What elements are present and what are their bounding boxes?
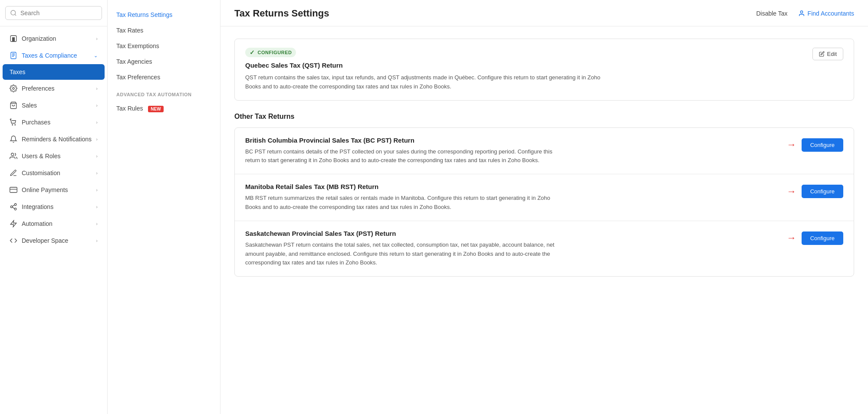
sales-icon: [10, 101, 17, 109]
sidebar-item-label: Taxes & Compliance: [22, 52, 77, 59]
sidebar-item-taxes-compliance[interactable]: Taxes & Compliance ⌄: [3, 47, 105, 64]
find-accountants-button[interactable]: Find Accountants: [798, 10, 854, 17]
tax-return-mb-rst-desc: MB RST return summarizes the retail sale…: [245, 194, 558, 212]
chevron-right-icon: ›: [96, 221, 98, 226]
configured-badge-label: CONFIGURED: [258, 50, 292, 55]
other-tax-returns-title: Other Tax Returns: [234, 113, 854, 121]
configured-badge: ✓ CONFIGURED: [245, 48, 296, 57]
middle-nav-tax-rules[interactable]: Tax Rules NEW: [108, 101, 220, 117]
sidebar-item-label: Integrations: [22, 203, 53, 210]
chevron-right-icon: ›: [96, 204, 98, 209]
chevron-right-icon: ›: [96, 103, 98, 108]
svg-point-6: [12, 124, 13, 125]
svg-line-1: [15, 14, 16, 16]
bell-icon: [10, 135, 17, 143]
sidebar-item-label: Developer Space: [22, 237, 68, 244]
prefs-icon: [10, 85, 17, 92]
custom-icon: [10, 169, 17, 177]
payments-icon: [10, 186, 17, 194]
check-circle-icon: ✓: [250, 49, 255, 56]
svg-line-14: [12, 207, 14, 209]
middle-nav-tax-exemptions[interactable]: Tax Exemptions: [108, 38, 220, 54]
sidebar: Organization › Taxes & Compliance ⌄ Taxe…: [0, 0, 108, 414]
configure-mb-rst-button[interactable]: Configure: [802, 185, 843, 198]
sidebar-item-users-roles[interactable]: Users & Roles ›: [3, 148, 105, 164]
arrow-right-icon: →: [787, 139, 796, 150]
sidebar-item-developer-space[interactable]: Developer Space ›: [3, 232, 105, 249]
tax-return-sk-pst-desc: Saskatchewan PST return contains the tot…: [245, 241, 558, 267]
arrow-right-icon: →: [787, 232, 796, 244]
sidebar-item-label: Reminders & Notifications: [22, 136, 92, 143]
sidebar-item-purchases[interactable]: Purchases ›: [3, 114, 105, 130]
svg-line-15: [12, 205, 14, 206]
sidebar-item-customisation[interactable]: Customisation ›: [3, 165, 105, 181]
sidebar-item-organization[interactable]: Organization ›: [3, 30, 105, 47]
chevron-right-icon: ›: [96, 120, 98, 125]
svg-point-12: [10, 206, 13, 208]
disable-tax-button[interactable]: Disable Tax: [756, 10, 787, 17]
middle-nav-tax-preferences[interactable]: Tax Preferences: [108, 69, 220, 85]
sidebar-item-label: Customisation: [22, 170, 60, 176]
search-input-wrap[interactable]: [5, 6, 102, 20]
dev-icon: [10, 237, 17, 244]
content-body: ✓ CONFIGURED Quebec Sales Tax (QST) Retu…: [220, 26, 868, 289]
middle-nav-tax-returns-settings[interactable]: Tax Returns Settings: [108, 7, 220, 23]
tax-return-mb-rst-info: Manitoba Retail Sales Tax (MB RST) Retur…: [245, 183, 780, 212]
sidebar-item-label: Online Payments: [22, 186, 68, 193]
sidebar-item-label: Taxes: [10, 68, 26, 75]
chevron-right-icon: ›: [96, 170, 98, 176]
middle-nav-tax-agencies[interactable]: Tax Agencies: [108, 54, 220, 69]
edit-button[interactable]: Edit: [812, 48, 843, 60]
sidebar-item-online-payments[interactable]: Online Payments ›: [3, 182, 105, 198]
tax-return-sk-pst-title: Saskatchewan Provincial Sales Tax (PST) …: [245, 230, 780, 237]
svg-point-0: [11, 10, 16, 15]
advanced-section-label: ADVANCED TAX AUTOMATION: [108, 85, 220, 101]
configure-bc-pst-button[interactable]: Configure: [802, 138, 843, 152]
integrations-icon: [10, 203, 17, 211]
svg-rect-9: [10, 187, 17, 192]
search-icon: [10, 10, 17, 16]
tax-return-bc-pst-action: → Configure: [787, 138, 843, 152]
svg-point-17: [800, 11, 802, 13]
arrow-right-icon: →: [787, 186, 796, 197]
sidebar-item-sales[interactable]: Sales ›: [3, 97, 105, 114]
edit-icon: [819, 51, 825, 57]
svg-point-7: [15, 124, 16, 125]
sidebar-item-label: Automation: [22, 220, 53, 227]
tax-return-mb-rst-title: Manitoba Retail Sales Tax (MB RST) Retur…: [245, 183, 780, 190]
svg-point-11: [14, 204, 16, 206]
chevron-right-icon: ›: [96, 187, 98, 192]
tax-returns-list: British Columbia Provincial Sales Tax (B…: [234, 127, 854, 277]
header-actions: Disable Tax Find Accountants: [756, 10, 854, 17]
building-icon: [10, 35, 17, 42]
tax-return-mb-rst-action: → Configure: [787, 185, 843, 198]
sidebar-item-reminders[interactable]: Reminders & Notifications ›: [3, 131, 105, 147]
tax-return-bc-pst-desc: BC PST return contains details of the PS…: [245, 147, 558, 166]
new-badge: NEW: [148, 106, 163, 112]
middle-panel: Tax Returns Settings Tax Rates Tax Exemp…: [108, 0, 220, 414]
search-input[interactable]: [20, 10, 97, 16]
sidebar-item-automation[interactable]: Automation ›: [3, 215, 105, 232]
chevron-right-icon: ›: [96, 238, 98, 243]
sidebar-item-integrations[interactable]: Integrations ›: [3, 199, 105, 215]
page-title: Tax Returns Settings: [234, 8, 329, 19]
tax-return-bc-pst-title: British Columbia Provincial Sales Tax (B…: [245, 137, 780, 144]
person-icon: [798, 10, 805, 17]
svg-point-4: [13, 88, 15, 90]
configured-card: ✓ CONFIGURED Quebec Sales Tax (QST) Retu…: [234, 39, 854, 101]
configure-sk-pst-button[interactable]: Configure: [802, 231, 843, 245]
purchases-icon: [10, 118, 17, 126]
tax-return-sk-pst-action: → Configure: [787, 231, 843, 245]
configured-card-desc: QST return contains the sales tax, input…: [245, 73, 601, 91]
sidebar-item-label: Users & Roles: [22, 153, 60, 160]
main-content: Tax Returns Settings Disable Tax Find Ac…: [220, 0, 868, 414]
middle-nav-tax-rates[interactable]: Tax Rates: [108, 23, 220, 38]
automation-icon: [10, 220, 17, 228]
tax-return-item-sk-pst: Saskatchewan Provincial Sales Tax (PST) …: [235, 221, 854, 276]
sidebar-item-preferences[interactable]: Preferences ›: [3, 80, 105, 97]
svg-point-8: [11, 153, 14, 156]
sidebar-item-taxes[interactable]: Taxes: [3, 64, 105, 80]
taxes-compliance-icon: [10, 52, 17, 59]
sidebar-item-label: Sales: [22, 102, 37, 109]
edit-label: Edit: [827, 51, 837, 57]
